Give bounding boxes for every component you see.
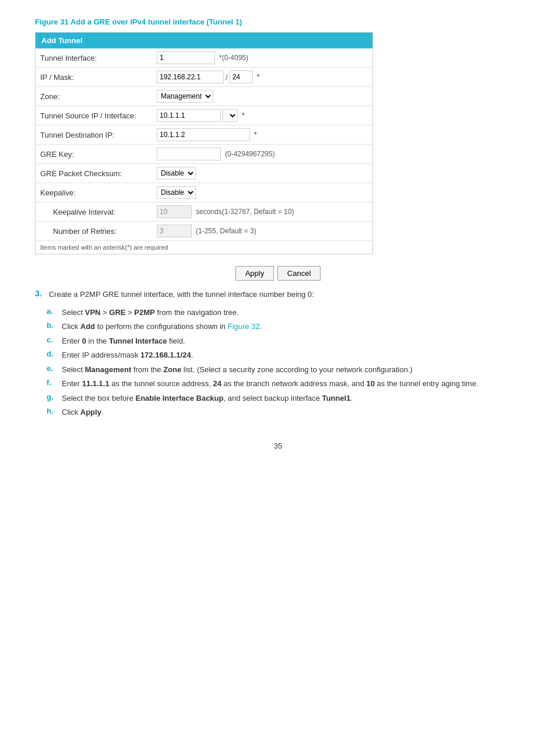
sub-letter-d: d. xyxy=(47,349,56,358)
tunnel-source-label: Tunnel Source IP / Interface: xyxy=(36,106,152,125)
tunnel-interface-cell: *(0-4095) xyxy=(152,48,372,68)
sub-text-e: Select Management from the Zone list. (S… xyxy=(62,364,413,376)
tunnel-interface-hint: *(0-4095) xyxy=(219,54,248,62)
gre-key-input[interactable] xyxy=(157,148,221,160)
form-table: Tunnel Interface: *(0-4095) IP / Mask: / xyxy=(36,48,372,240)
tunnel-dest-hint: * xyxy=(254,131,257,139)
retries-hint: (1-255, Default = 3) xyxy=(196,227,256,235)
ip-mask-separator: / xyxy=(226,73,228,82)
ip-mask-label: IP / Mask: xyxy=(36,68,152,87)
keepalive-select[interactable]: Disable Enable xyxy=(157,186,196,199)
gre-checksum-select[interactable]: Disable Enable xyxy=(157,167,196,180)
sub-text-a: Select VPN > GRE > P2MP from the navigat… xyxy=(62,307,239,318)
sub-step-a: a. Select VPN > GRE > P2MP from the navi… xyxy=(47,307,521,318)
sub-text-h: Click Apply. xyxy=(62,407,104,418)
tunnel-dest-label: Tunnel Destination IP: xyxy=(36,125,152,145)
keepalive-interval-row: Keepalive Interval: seconds(1-32767, Def… xyxy=(36,202,372,222)
step-main-text: Create a P2MP GRE tunnel interface, with… xyxy=(49,289,314,301)
tunnel-interface-label: Tunnel Interface: xyxy=(36,48,152,68)
keepalive-label: Keepalive: xyxy=(36,183,152,202)
sub-step-e: e. Select Management from the Zone list.… xyxy=(47,364,521,376)
page-number: 35 xyxy=(35,442,521,450)
retries-cell: (1-255, Default = 3) xyxy=(152,222,372,241)
gre-key-hint: (0-4294967295) xyxy=(225,150,275,158)
button-row: Apply Cancel xyxy=(35,266,521,281)
cancel-button[interactable]: Cancel xyxy=(277,266,321,281)
sub-letter-c: c. xyxy=(47,335,56,344)
zone-row: Zone: Management xyxy=(36,87,372,106)
gre-key-row: GRE Key: (0-4294967295) xyxy=(36,145,372,164)
tunnel-dest-cell: * xyxy=(152,125,372,145)
steps-section: 3. Create a P2MP GRE tunnel interface, w… xyxy=(35,289,521,418)
gre-checksum-row: GRE Packet Checksum: Disable Enable xyxy=(36,164,372,183)
sub-letter-h: h. xyxy=(47,407,56,415)
gre-checksum-label: GRE Packet Checksum: xyxy=(36,164,152,183)
sub-step-c: c. Enter 0 in the Tunnel Interface field… xyxy=(47,335,521,347)
figure-title: Figure 31 Add a GRE over IPv4 tunnel int… xyxy=(35,18,521,26)
keepalive-interval-input[interactable] xyxy=(157,205,192,218)
sub-text-f: Enter 11.1.1.1 as the tunnel source addr… xyxy=(62,378,478,390)
sub-letter-f: f. xyxy=(47,378,56,387)
tunnel-source-cell: * xyxy=(152,106,372,125)
retries-input[interactable] xyxy=(157,225,192,237)
ip-mask-hint: * xyxy=(257,73,260,81)
sub-step-d: d. Enter IP address/mask 172.168.1.1/24. xyxy=(47,349,521,361)
form-container: Add Tunnel Tunnel Interface: *(0-4095) I… xyxy=(35,32,373,254)
sub-letter-a: a. xyxy=(47,307,56,316)
gre-checksum-cell: Disable Enable xyxy=(152,164,372,183)
keepalive-interval-hint: seconds(1-32767, Default = 10) xyxy=(196,208,294,216)
sub-step-b: b. Click Add to perform the configuratio… xyxy=(47,321,521,332)
keepalive-row: Keepalive: Disable Enable xyxy=(36,183,372,202)
gre-key-label: GRE Key: xyxy=(36,145,152,164)
sub-step-g: g. Select the box before Enable Interfac… xyxy=(47,393,521,404)
sub-step-h: h. Click Apply. xyxy=(47,407,521,418)
mask-input[interactable] xyxy=(230,71,253,83)
figure32-link[interactable]: Figure 32 xyxy=(228,322,260,331)
retries-row: Number of Retries: (1-255, Default = 3) xyxy=(36,222,372,241)
zone-label: Zone: xyxy=(36,87,152,106)
tunnel-dest-row: Tunnel Destination IP: * xyxy=(36,125,372,145)
tunnel-source-row: Tunnel Source IP / Interface: * xyxy=(36,106,372,125)
tunnel-interface-input[interactable] xyxy=(157,51,215,64)
sub-text-b: Click Add to perform the configurations … xyxy=(62,321,262,332)
ip-mask-cell: / * xyxy=(152,68,372,87)
sub-text-d: Enter IP address/mask 172.168.1.1/24. xyxy=(62,349,193,361)
zone-cell: Management xyxy=(152,87,372,106)
form-header: Add Tunnel xyxy=(36,33,372,48)
sub-text-c: Enter 0 in the Tunnel Interface field. xyxy=(62,335,185,347)
step-3: 3. Create a P2MP GRE tunnel interface, w… xyxy=(35,289,521,301)
tunnel-source-hint: * xyxy=(242,111,245,120)
gre-key-cell: (0-4294967295) xyxy=(152,145,372,164)
zone-select[interactable]: Management xyxy=(157,90,213,103)
sub-letter-b: b. xyxy=(47,321,56,330)
tunnel-source-select[interactable] xyxy=(223,109,238,122)
required-note: Items marked with an asterisk(*) are req… xyxy=(36,240,372,254)
keepalive-interval-cell: seconds(1-32767, Default = 10) xyxy=(152,202,372,222)
sub-text-g: Select the box before Enable Interface B… xyxy=(62,393,353,404)
ip-mask-row: IP / Mask: / * xyxy=(36,68,372,87)
sub-step-f: f. Enter 11.1.1.1 as the tunnel source a… xyxy=(47,378,521,390)
tunnel-interface-row: Tunnel Interface: *(0-4095) xyxy=(36,48,372,68)
tunnel-dest-input[interactable] xyxy=(157,128,250,141)
ip-input[interactable] xyxy=(157,71,224,83)
sub-steps: a. Select VPN > GRE > P2MP from the navi… xyxy=(47,307,521,418)
sub-letter-g: g. xyxy=(47,393,56,401)
tunnel-source-input[interactable] xyxy=(157,109,221,122)
step-number: 3. xyxy=(35,289,42,298)
retries-label: Number of Retries: xyxy=(36,222,152,241)
keepalive-cell: Disable Enable xyxy=(152,183,372,202)
keepalive-interval-label: Keepalive Interval: xyxy=(36,202,152,222)
sub-letter-e: e. xyxy=(47,364,56,373)
apply-button[interactable]: Apply xyxy=(235,266,275,281)
